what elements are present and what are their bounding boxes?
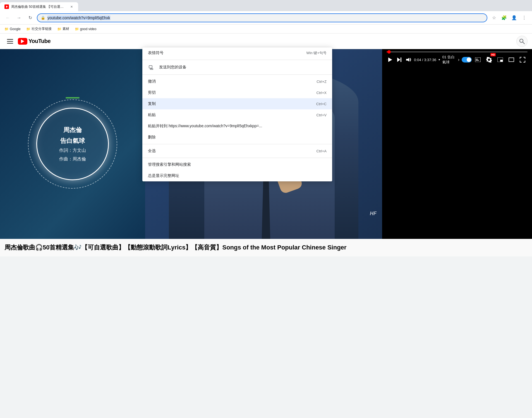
profile-button[interactable]: 👤 xyxy=(510,13,519,22)
menu-item-cut-label: 剪切 xyxy=(148,90,317,95)
page-area: YouTube 周杰倫 告白氣球 作詞：方文山 作曲：周杰倫 xyxy=(0,33,532,256)
active-tab[interactable]: 周杰倫歌曲 50首精選集 【可自選歌曲】 【動態滾動歌詞Lyrics】 【高音質… xyxy=(0,2,78,11)
tab-bar: 周杰倫歌曲 50首精選集 【可自選歌曲】 【動態滾動歌詞Lyrics】 【高音質… xyxy=(0,0,532,11)
toggle-track[interactable] xyxy=(462,57,472,63)
svg-marker-8 xyxy=(397,57,400,62)
menu-item-emoji-shortcut: Win 键+句号 xyxy=(306,51,327,56)
controls-row: 0:04 / 3:37:36 • 01 告白氣球 › xyxy=(387,55,528,65)
forward-button[interactable]: → xyxy=(15,13,23,22)
menu-item-send-device[interactable]: 发送到您的设备 xyxy=(142,61,332,73)
video-controls: 0:04 / 3:37:36 • 01 告白氣球 › xyxy=(382,49,532,239)
youtube-header: YouTube xyxy=(0,33,532,49)
tab-close-button[interactable]: ✕ xyxy=(69,4,74,9)
bookmark-folder-icon: 📁 xyxy=(4,27,9,31)
svg-marker-10 xyxy=(406,58,409,62)
toggle-thumb xyxy=(467,57,471,62)
bookmark-good-video[interactable]: 📁 good video xyxy=(73,26,99,32)
video-thumbnail: 周杰倫 告白氣球 作詞：方文山 作曲：周杰倫 xyxy=(0,49,145,239)
bookmark-social-label: 社交分享链接 xyxy=(32,27,52,31)
svg-line-6 xyxy=(523,42,524,44)
menu-item-delete-label: 删除 xyxy=(148,135,327,140)
menu-item-copy-shortcut: Ctrl+C xyxy=(316,102,327,106)
menu-divider-4 xyxy=(142,158,332,158)
address-text: youtube.com/watch?v=9mplI5qEhxk xyxy=(47,16,483,20)
svg-marker-7 xyxy=(388,57,392,62)
youtube-logo-text: YouTube xyxy=(28,38,51,44)
menu-item-undo[interactable]: 撤消 Ctrl+Z xyxy=(142,76,332,87)
toolbar-actions: ☆ 🧩 👤 ⋮ xyxy=(490,13,529,22)
theater-button[interactable] xyxy=(506,55,516,65)
menu-item-cut[interactable]: 剪切 Ctrl+X xyxy=(142,87,332,98)
menu-item-copy-label: 复制 xyxy=(148,101,316,106)
svg-rect-16 xyxy=(509,57,514,62)
youtube-logo-icon xyxy=(18,38,27,45)
time-total: 3:37:36 xyxy=(424,58,436,62)
menu-item-show-full-url-label: 总是显示完整网址 xyxy=(148,173,327,178)
track-chevron[interactable]: › xyxy=(458,57,459,62)
menu-item-select-all-shortcut: Ctrl+A xyxy=(317,149,327,153)
menu-divider-2 xyxy=(142,75,332,75)
menu-item-show-full-url[interactable]: 总是显示完整网址 xyxy=(142,170,332,181)
youtube-logo[interactable]: YouTube xyxy=(18,38,51,45)
menu-item-undo-label: 撤消 xyxy=(148,79,317,84)
svg-rect-15 xyxy=(500,60,503,62)
svg-rect-4 xyxy=(7,43,13,44)
bookmark-material[interactable]: 📁 素材 xyxy=(55,25,71,32)
next-button[interactable] xyxy=(396,55,403,65)
more-button[interactable]: ⋮ xyxy=(520,13,529,22)
menu-item-copy[interactable]: 复制 Ctrl+C xyxy=(142,98,332,109)
settings-button[interactable]: HD xyxy=(484,55,494,65)
toolbar: ← → ↻ 🔒 youtube.com/watch?v=9mplI5qEhxk … xyxy=(0,11,532,25)
progress-bar[interactable] xyxy=(387,51,528,52)
yt-menu-button[interactable] xyxy=(4,36,16,47)
send-to-device-icon xyxy=(148,64,155,71)
below-video: 周杰倫歌曲🎧50首精選集🎶【可自選歌曲】【動態滾動歌詞Lyrics】【高音質】S… xyxy=(0,239,532,256)
menu-item-paste-go-label: 粘贴并转到 https://www.youtube.com/watch?v=9m… xyxy=(148,124,327,129)
menu-item-paste[interactable]: 粘贴 Ctrl+V xyxy=(142,109,332,121)
volume-button[interactable] xyxy=(405,55,412,65)
progress-dot xyxy=(387,50,391,54)
bookmark-material-label: 素材 xyxy=(63,27,69,31)
tab-favicon xyxy=(4,4,9,9)
menu-divider-3 xyxy=(142,144,332,144)
bookmarks-bar: 📁 Google 📁 社交分享链接 📁 素材 📁 good video xyxy=(0,25,532,33)
time-current: 0:04 xyxy=(414,58,421,62)
progress-fill xyxy=(387,51,389,52)
menu-item-manage-search[interactable]: 管理搜索引擎和网站搜索 xyxy=(142,159,332,170)
play-button[interactable] xyxy=(387,55,394,65)
browser-chrome: 周杰倫歌曲 50首精選集 【可自選歌曲】 【動態滾動歌詞Lyrics】 【高音質… xyxy=(0,0,532,33)
back-button[interactable]: ← xyxy=(3,13,12,22)
menu-divider-1 xyxy=(142,60,332,60)
circle-inner: 周杰倫 告白氣球 作詞：方文山 作曲：周杰倫 xyxy=(36,108,109,180)
video-title: 周杰倫歌曲🎧50首精選集🎶【可自選歌曲】【動態滾動歌詞Lyrics】【高音質】S… xyxy=(4,243,528,252)
address-selected-text: youtube.com/watch?v=9mplI5qEhxk xyxy=(47,16,110,20)
circle-composer: 作曲：周杰倫 xyxy=(59,156,86,162)
address-bar[interactable]: 🔒 youtube.com/watch?v=9mplI5qEhxk xyxy=(37,13,487,22)
bookmark-good-video-label: good video xyxy=(80,27,97,31)
hf-watermark: HF xyxy=(370,211,377,217)
menu-item-paste-shortcut: Ctrl+V xyxy=(317,113,327,117)
menu-item-emoji[interactable]: 表情符号 Win 键+句号 xyxy=(142,47,332,59)
autoplay-toggle xyxy=(462,57,472,63)
subtitles-button[interactable] xyxy=(473,55,483,65)
menu-item-delete[interactable]: 删除 xyxy=(142,132,332,143)
circle-song: 告白氣球 xyxy=(60,137,85,145)
green-progress-bar xyxy=(66,97,80,99)
yt-search-button[interactable] xyxy=(516,36,528,47)
svg-rect-12 xyxy=(476,59,478,59)
menu-item-paste-go[interactable]: 粘贴并转到 https://www.youtube.com/watch?v=9m… xyxy=(142,121,332,132)
menu-item-send-device-label: 发送到您的设备 xyxy=(159,65,327,70)
fullscreen-button[interactable] xyxy=(517,55,528,65)
extensions-button[interactable]: 🧩 xyxy=(500,13,509,22)
hd-badge: HD xyxy=(490,53,496,56)
svg-rect-2 xyxy=(7,39,13,40)
menu-item-select-all-label: 全选 xyxy=(148,148,317,153)
bookmark-button[interactable]: ☆ xyxy=(490,13,499,22)
bookmark-google[interactable]: 📁 Google xyxy=(2,26,23,32)
dot-separator: • xyxy=(438,57,440,62)
menu-item-select-all[interactable]: 全选 Ctrl+A xyxy=(142,145,332,157)
miniplayer-button[interactable] xyxy=(495,55,505,65)
bookmark-social[interactable]: 📁 社交分享链接 xyxy=(24,25,54,32)
reload-button[interactable]: ↻ xyxy=(26,13,35,22)
svg-rect-18 xyxy=(149,66,152,68)
